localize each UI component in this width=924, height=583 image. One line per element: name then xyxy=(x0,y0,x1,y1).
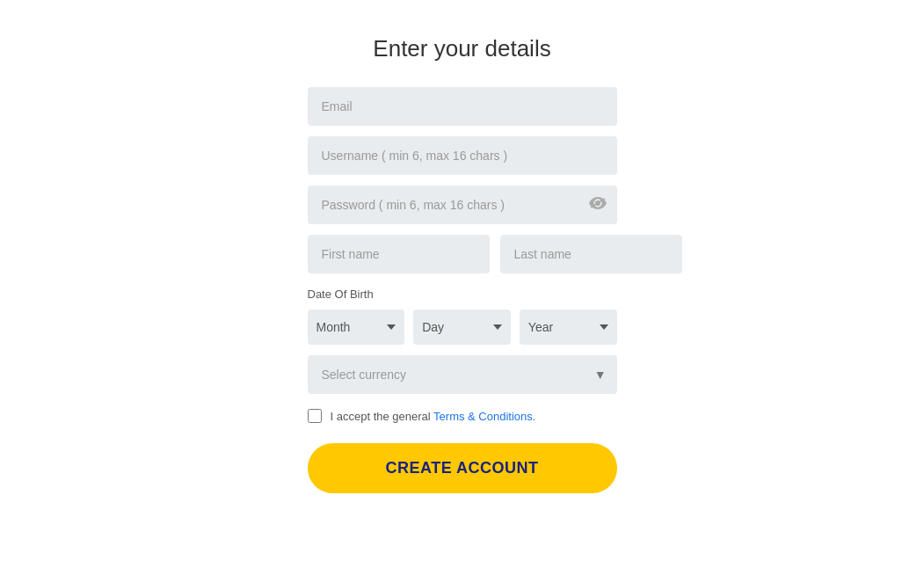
dob-label: Date Of Birth xyxy=(308,288,617,301)
month-select[interactable]: Month January February March April May J… xyxy=(308,310,405,345)
currency-select[interactable]: Select currency USD - US Dollar EUR - Eu… xyxy=(308,355,617,394)
terms-row: I accept the general Terms & Conditions. xyxy=(308,408,617,424)
last-name-field[interactable] xyxy=(500,235,682,273)
username-field[interactable] xyxy=(308,136,617,175)
terms-text: I accept the general Terms & Conditions. xyxy=(331,408,536,424)
page-container: Enter your details Date Of Birth Month xyxy=(0,0,924,493)
year-select[interactable]: Year for(let y=2024;y>=1920;y--) documen… xyxy=(520,310,617,345)
password-field[interactable] xyxy=(308,186,617,224)
name-row xyxy=(308,235,617,273)
currency-wrapper: Select currency USD - US Dollar EUR - Eu… xyxy=(308,355,617,394)
day-select[interactable]: Day for(let i=1;i<=31;i++) document.writ… xyxy=(413,310,511,345)
toggle-password-icon[interactable] xyxy=(589,197,607,213)
create-account-button[interactable]: CREATE ACCOUNT xyxy=(308,443,617,493)
page-title: Enter your details xyxy=(373,35,550,62)
terms-checkbox[interactable] xyxy=(308,409,322,423)
dob-row: Month January February March April May J… xyxy=(308,310,617,345)
first-name-field[interactable] xyxy=(308,235,490,273)
terms-link[interactable]: Terms & Conditions. xyxy=(433,410,535,423)
dob-section: Date Of Birth Month January February Mar… xyxy=(308,284,617,345)
form-container: Date Of Birth Month January February Mar… xyxy=(308,87,617,493)
email-field[interactable] xyxy=(308,87,617,126)
password-wrapper xyxy=(308,186,617,224)
